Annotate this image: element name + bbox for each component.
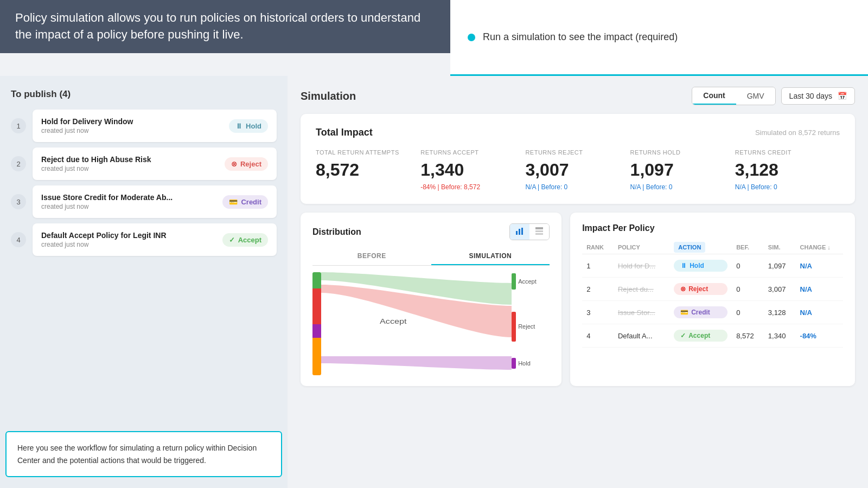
sankey-chart: Accept Accept Reject xyxy=(312,272,550,375)
sankey-left-reject xyxy=(312,288,321,325)
sankey-label-accept: Accept xyxy=(512,273,550,290)
stat-returns-credit: RETURNS CREDIT 3,128 N/A | Before: 0 xyxy=(735,149,840,191)
sim-4: 1,340 xyxy=(764,324,796,348)
stat-value-3: 1,097 xyxy=(630,160,735,180)
sim-1: 1,097 xyxy=(764,254,796,278)
table-view-button[interactable] xyxy=(529,224,549,240)
svg-rect-2 xyxy=(521,228,523,235)
policy-badge-2: ⊗ Reject xyxy=(225,157,268,171)
stat-sub-3: N/A | Before: 0 xyxy=(630,183,735,191)
policy-row-1: 1 Hold for Delivery Window created just … xyxy=(11,110,277,142)
svg-rect-0 xyxy=(516,231,518,235)
policy-item-2[interactable]: Reject due to High Abuse Risk created ju… xyxy=(33,147,277,180)
policy-name-2: Reject due to High Abuse Risk xyxy=(41,155,151,164)
policy-row-2: 2 Reject due to High Abuse Risk created … xyxy=(11,147,277,180)
bef-4: 8,572 xyxy=(732,324,764,348)
col-change: CHANGE ↓ xyxy=(796,241,843,254)
accept-icon-4: ✓ xyxy=(229,236,235,244)
stat-label-2: RETURNS REJECT xyxy=(525,149,630,156)
sankey-right-labels: Accept Reject Hold xyxy=(512,272,550,375)
credit-icon: 💳 xyxy=(680,309,688,316)
sankey-bar-hold xyxy=(512,358,516,369)
sankey-left-hold xyxy=(312,324,321,337)
dist-tab-simulation[interactable]: SIMULATION xyxy=(431,248,550,265)
stat-label-0: TOTAL RETURN ATTEMPTS xyxy=(316,149,420,156)
distribution-card: Distribution xyxy=(301,213,561,386)
policy-item-3[interactable]: Issue Store Credit for Moderate Ab... cr… xyxy=(33,185,277,218)
stat-returns-accept: RETURNS ACCEPT 1,340 -84% | Before: 8,57… xyxy=(420,149,525,191)
count-button[interactable]: Count xyxy=(692,87,736,105)
sim-2: 3,007 xyxy=(764,278,796,301)
stat-value-0: 8,572 xyxy=(316,160,420,180)
calendar-icon: 📅 xyxy=(838,92,847,100)
right-header: Run a simulation to see the impact (requ… xyxy=(450,0,868,76)
policy-item-1[interactable]: Hold for Delivery Window created just no… xyxy=(33,110,277,142)
policy-rank-3: 3 xyxy=(11,194,26,209)
policy-badge-4: ✓ Accept xyxy=(222,233,268,247)
policy-1: Hold for D... xyxy=(614,254,669,278)
stat-label-4: RETURNS CREDIT xyxy=(735,149,840,156)
date-range-text: Last 30 days xyxy=(789,92,832,100)
date-range-picker[interactable]: Last 30 days 📅 xyxy=(781,87,855,105)
sankey-flows-svg: Accept xyxy=(321,272,512,375)
svg-rect-3 xyxy=(535,227,543,229)
badge-label-4: Accept xyxy=(238,236,261,244)
bottom-tooltip-text: Here you see the workflow for simulating… xyxy=(17,444,257,464)
sankey-left-bar xyxy=(312,272,321,375)
view-toggle[interactable] xyxy=(509,223,550,240)
policy-sub-1: created just now xyxy=(41,127,133,134)
simulation-prompt: Run a simulation to see the impact (requ… xyxy=(483,31,678,43)
dist-tab-before[interactable]: BEFORE xyxy=(312,248,431,265)
action-2: ⊗ Reject xyxy=(669,278,732,301)
left-panel: To publish (4) 1 Hold for Delivery Windo… xyxy=(0,76,288,488)
stat-returns-reject: RETURNS REJECT 3,007 N/A | Before: 0 xyxy=(525,149,630,191)
change-4: -84% xyxy=(796,324,843,348)
impact-stats: TOTAL RETURN ATTEMPTS 8,572 RETURNS ACCE… xyxy=(316,149,840,191)
table-row: 1 Hold for D... ⏸ Hold 0 1,097 N/A xyxy=(582,254,843,278)
stat-value-1: 1,340 xyxy=(420,160,525,180)
stat-sub-1: -84% | Before: 8,572 xyxy=(420,183,525,191)
distribution-header: Distribution xyxy=(312,223,550,240)
rank-1: 1 xyxy=(582,254,614,278)
rank-3: 3 xyxy=(582,301,614,324)
policy-name-3: Issue Store Credit for Moderate Ab... xyxy=(41,193,173,202)
stat-total-attempts: TOTAL RETURN ATTEMPTS 8,572 xyxy=(316,149,420,191)
svg-rect-4 xyxy=(535,230,543,232)
simulation-title: Simulation xyxy=(301,90,356,102)
hold-icon: ⏸ xyxy=(680,262,687,269)
distribution-tabs: BEFORE SIMULATION xyxy=(312,248,550,266)
rank-2: 2 xyxy=(582,278,614,301)
to-publish-title: To publish (4) xyxy=(11,89,277,100)
svg-text:Accept: Accept xyxy=(380,318,407,325)
policy-sub-3: created just now xyxy=(41,203,173,210)
col-policy: POLICY xyxy=(614,241,669,254)
sankey-left-accept xyxy=(312,272,321,288)
policy-rank-1: 1 xyxy=(11,118,26,133)
action-1: ⏸ Hold xyxy=(669,254,732,278)
sankey-bar-reject xyxy=(512,312,516,342)
policy-2: Reject du... xyxy=(614,278,669,301)
policy-3: Issue Stor... xyxy=(614,301,669,324)
sankey-label-hold: Hold xyxy=(512,358,550,369)
policy-badge-1: ⏸ Hold xyxy=(229,119,268,133)
count-gmv-toggle[interactable]: Count GMV xyxy=(692,87,775,105)
policy-item-4[interactable]: Default Accept Policy for Legit INR crea… xyxy=(33,223,277,256)
reject-icon-2: ⊗ xyxy=(231,160,237,168)
stat-label-1: RETURNS ACCEPT xyxy=(420,149,525,156)
chart-view-button[interactable] xyxy=(510,224,529,240)
impact-title: Total Impact xyxy=(316,127,373,138)
stat-sub-4: N/A | Before: 0 xyxy=(735,183,840,191)
main-content: To publish (4) 1 Hold for Delivery Windo… xyxy=(0,76,868,488)
change-3: N/A xyxy=(796,301,843,324)
policy-4: Default A... xyxy=(614,324,669,348)
badge-label-1: Hold xyxy=(246,122,261,130)
col-bef: BEF. xyxy=(732,241,764,254)
sankey-left-credit xyxy=(312,338,321,375)
gmv-button[interactable]: GMV xyxy=(736,87,775,105)
bef-2: 0 xyxy=(732,278,764,301)
bottom-tooltip: Here you see the workflow for simulating… xyxy=(5,431,282,477)
table-row: 3 Issue Stor... 💳 Credit 0 3,128 N/A xyxy=(582,301,843,324)
reject-icon: ⊗ xyxy=(680,285,686,293)
stat-value-2: 3,007 xyxy=(525,160,630,180)
distribution-title: Distribution xyxy=(312,227,361,237)
